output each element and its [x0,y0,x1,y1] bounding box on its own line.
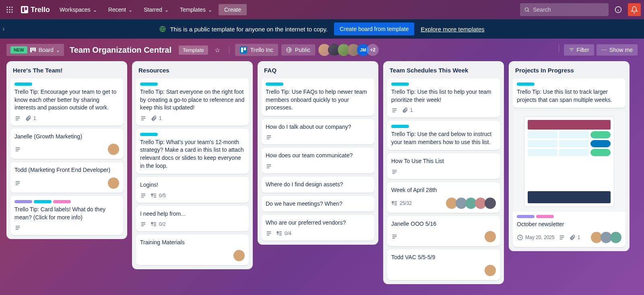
filter-button[interactable]: Filter [564,44,594,56]
avatar[interactable] [233,250,245,261]
label-pink[interactable] [53,200,71,203]
avatar[interactable] [108,144,119,155]
list-title[interactable]: Resources [136,65,249,75]
show-menu-button[interactable]: ⋯ Show me [597,44,638,56]
label-teal[interactable] [517,83,535,86]
label-teal[interactable] [14,83,32,86]
nav-starred[interactable]: Starred [139,4,173,15]
svg-point-5 [12,9,13,10]
card[interactable]: Trello Tip: Start everyone on the right … [136,78,249,126]
label-teal[interactable] [34,200,52,203]
card[interactable]: Training Materials [136,235,249,265]
avatar[interactable] [485,198,496,209]
card[interactable]: How To Use This List [387,153,500,179]
card[interactable]: Trello Tip: Encourage your team to get t… [10,78,123,126]
label-purple[interactable] [14,200,32,203]
card-labels [517,83,621,86]
member-avatars[interactable]: JM +2 [321,44,379,56]
chevron-down-icon [56,47,60,53]
list-title[interactable]: Projects In Progress [513,65,625,75]
card-members [486,231,496,242]
create-from-template-button[interactable]: Create board from template [334,23,414,35]
workspace-button[interactable]: Trello Inc [235,44,278,56]
card-title: Logins! [140,181,245,189]
nav-recent[interactable]: Recent [103,4,137,15]
search-field[interactable] [533,6,605,13]
nav-templates[interactable]: Templates [175,4,217,15]
label-pink[interactable] [536,215,554,218]
card[interactable]: Trello Tip: Use this list to track large… [513,78,625,108]
description-icon [14,225,21,231]
card-title: How do I talk about our company? [266,123,370,131]
card-title: Todd VAC 5/5-5/9 [391,254,496,262]
board-view-switcher[interactable]: NEW Board [6,44,64,56]
card-members [109,144,119,155]
avatar-more[interactable]: +2 [367,44,379,56]
search-input[interactable] [520,3,609,16]
explore-templates-link[interactable]: Explore more templates [421,26,484,33]
label-purple[interactable] [517,215,535,218]
chevron-down-icon [93,6,97,13]
label-teal[interactable] [140,83,158,86]
notifications-icon[interactable] [628,3,641,16]
avatar[interactable] [610,232,621,243]
avatar[interactable] [485,265,496,276]
card[interactable]: Who are our preferred vendors?0/4 [262,215,374,241]
avatar[interactable] [485,231,496,242]
card[interactable]: Week of April 28th25/32 [387,182,500,213]
card[interactable]: October newsletterMay 20, 20251 [513,111,625,247]
avatar[interactable] [108,177,119,189]
list: Team Schedules This WeekTrello Tip: Use … [383,61,504,284]
card[interactable]: Trello Tip: Use this list to help your t… [387,78,500,118]
card[interactable]: Trello Tip: Use the card below to instru… [387,121,500,150]
trello-logo[interactable]: Trello [18,6,53,14]
svg-point-8 [12,12,13,13]
checklist-badge: 0/2 [151,221,166,227]
board-canvas[interactable]: Here's The Team!Trello Tip: Encourage yo… [0,61,644,295]
card-badges: 1 [140,115,245,122]
card[interactable]: Trello Tip: Use FAQs to help newer team … [262,78,374,116]
card[interactable]: Todd (Marketing Front End Developer) [10,162,123,193]
card-cover [513,111,625,212]
list-title[interactable]: Team Schedules This Week [387,65,500,75]
svg-point-7 [9,12,10,13]
expand-sidebar[interactable]: › [0,23,7,35]
card-title: Training Materials [140,239,245,247]
label-teal[interactable] [140,133,158,136]
board-title[interactable]: Team Organization Central [70,45,171,55]
create-button[interactable]: Create [219,4,247,15]
card[interactable]: Where do I find design assets? [262,177,374,193]
attachment-badge: 1 [25,115,36,122]
card[interactable]: How do I talk about our company? [262,119,374,145]
label-teal[interactable] [391,83,409,86]
label-teal[interactable] [266,83,283,86]
attachment-badge: 1 [569,234,580,241]
checklist-badge: 0/4 [276,230,291,237]
card[interactable]: Trello Tip: What's your team's 12-month … [136,129,249,174]
card[interactable]: Trello Tip: Card labels! What do they me… [10,196,123,235]
card[interactable]: How does our team communicate? [262,148,374,173]
visibility-button[interactable]: Public [281,44,315,56]
label-teal[interactable] [391,125,409,128]
new-badge: NEW [10,46,27,54]
card[interactable]: Do we have meetings? When? [262,196,374,212]
card-title: Where do I find design assets? [266,181,370,189]
card-labels [266,83,370,86]
list-title[interactable]: Here's The Team! [10,65,123,75]
card-badges: 0/2 [140,221,245,227]
card-badges [391,265,496,276]
card[interactable]: Logins!0/5 [136,177,249,203]
list-title[interactable]: FAQ [262,65,374,75]
card[interactable]: I need help from...0/2 [136,206,249,232]
due-date-badge: May 20, 2025 [517,234,555,241]
nav-workspaces[interactable]: Workspaces [55,4,102,15]
apps-icon[interactable] [3,3,16,16]
card-badges: 1 [391,107,496,113]
info-icon[interactable] [612,3,625,16]
card-title: How To Use This List [391,157,496,165]
card[interactable]: Todd VAC 5/5-5/9 [387,250,500,280]
star-button[interactable]: ☆ [211,46,223,54]
svg-point-0 [7,7,8,8]
card[interactable]: Janelle (Growth Marketing) [10,129,123,159]
card[interactable]: Janelle OOO 5/16 [387,216,500,247]
